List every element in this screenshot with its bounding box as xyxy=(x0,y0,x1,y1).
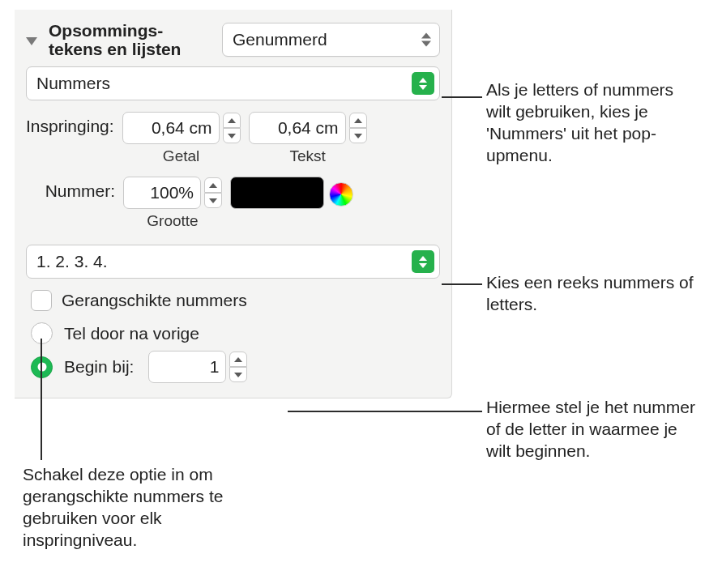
number-size-sublabel: Grootte xyxy=(147,212,198,230)
indent-label: Inspringing: xyxy=(26,117,114,136)
indent-number-stepper[interactable] xyxy=(223,113,241,143)
list-type-popup[interactable]: Nummers xyxy=(26,66,440,100)
indent-number-group: 0,64 cm Getal xyxy=(122,112,241,165)
disclosure-triangle-icon[interactable] xyxy=(26,37,37,45)
start-at-stepper[interactable] xyxy=(229,352,247,382)
callout-tiered: Schakel deze optie in om gerangschikte n… xyxy=(23,464,250,552)
callout-leader xyxy=(442,96,482,98)
indent-text-field[interactable]: 0,64 cm xyxy=(249,112,346,144)
tiered-label: Gerangschikte nummers xyxy=(62,291,247,310)
section-title: Opsommings- tekens en lijsten xyxy=(49,21,211,58)
popup-indicator-icon xyxy=(412,72,434,95)
callout-type: Als je letters of nummers wilt gebruiken… xyxy=(486,79,697,167)
list-style-popup[interactable]: Genummerd xyxy=(222,23,440,57)
callout-leader xyxy=(442,283,482,285)
start-at-field[interactable]: 1 xyxy=(148,351,226,383)
number-size-group: 100% Grootte xyxy=(123,177,222,230)
number-label: Nummer: xyxy=(26,181,115,201)
number-color-swatch[interactable] xyxy=(230,177,324,209)
popup-indicator-icon xyxy=(412,250,434,273)
list-style-value: Genummerd xyxy=(233,30,327,49)
indent-number-field[interactable]: 0,64 cm xyxy=(122,112,220,144)
bullets-lists-panel: Opsommings- tekens en lijsten Genummerd … xyxy=(15,10,452,398)
stepper-down-button[interactable] xyxy=(223,128,241,143)
section-header: Opsommings- tekens en lijsten Genummerd xyxy=(26,21,440,58)
list-type-value: Nummers xyxy=(36,74,110,93)
indent-text-sublabel: Tekst xyxy=(289,147,325,165)
tiered-checkbox[interactable] xyxy=(31,290,52,311)
stepper-up-button[interactable] xyxy=(229,352,247,367)
number-size-stepper[interactable] xyxy=(204,177,222,208)
start-at-label: Begin bij: xyxy=(64,357,134,377)
callout-leader xyxy=(288,411,482,412)
stepper-down-button[interactable] xyxy=(349,128,367,143)
callout-leader xyxy=(41,339,42,460)
numbering-radio-group: Tel door na vorige Begin bij: 1 xyxy=(26,322,440,383)
tiered-checkbox-row: Gerangschikte nummers xyxy=(26,290,440,311)
number-size-field[interactable]: 100% xyxy=(123,177,201,209)
stepper-up-button[interactable] xyxy=(223,113,241,128)
callout-format: Kies een reeks nummers of letters. xyxy=(486,272,697,316)
number-format-popup[interactable]: 1. 2. 3. 4. xyxy=(26,245,440,279)
indent-text-group: 0,64 cm Tekst xyxy=(249,112,367,165)
chevron-updown-icon xyxy=(421,33,431,47)
color-wheel-icon[interactable] xyxy=(329,182,353,207)
number-format-value: 1. 2. 3. 4. xyxy=(36,252,108,271)
indent-row: Inspringing: 0,64 cm Getal 0,64 cm Tekst xyxy=(26,112,440,165)
stepper-up-button[interactable] xyxy=(204,177,222,193)
indent-text-stepper[interactable] xyxy=(349,113,367,143)
stepper-down-button[interactable] xyxy=(204,193,222,208)
callout-start: Hiermee stel je het nummer of de letter … xyxy=(486,397,697,462)
stepper-up-button[interactable] xyxy=(349,113,367,128)
indent-number-sublabel: Getal xyxy=(163,147,199,165)
stepper-down-button[interactable] xyxy=(229,367,247,382)
continue-label: Tel door na vorige xyxy=(64,324,199,343)
number-row: Nummer: 100% Grootte xyxy=(26,177,440,230)
